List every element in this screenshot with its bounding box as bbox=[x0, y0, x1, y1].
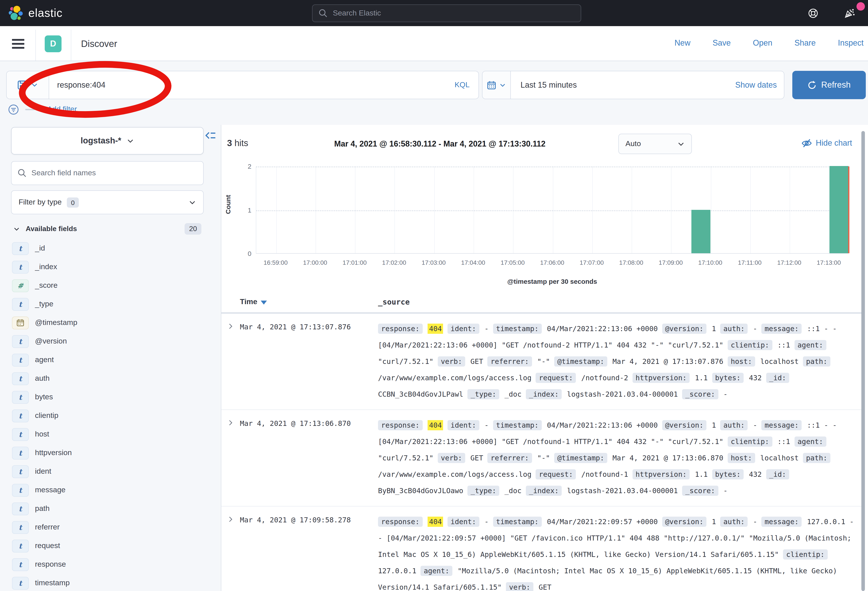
expand-row-chevron-icon[interactable] bbox=[225, 417, 240, 499]
field-item-@version[interactable]: t@version bbox=[0, 332, 221, 351]
text-type-icon: t bbox=[12, 335, 29, 348]
field-item-timestamp[interactable]: ttimestamp bbox=[0, 574, 221, 591]
field-item-ident[interactable]: tident bbox=[0, 462, 221, 481]
x-tick-label: 17:01:00 bbox=[335, 259, 375, 266]
field-label: clientip: bbox=[728, 436, 772, 447]
nav-action-save[interactable]: Save bbox=[713, 38, 731, 48]
field-item-host[interactable]: thost bbox=[0, 425, 221, 443]
query-bar: response:404 KQL bbox=[6, 71, 479, 99]
query-language-button[interactable]: KQL bbox=[455, 81, 478, 89]
available-fields-header[interactable]: Available fields 20 bbox=[13, 223, 201, 235]
field-item-referrer[interactable]: treferrer bbox=[0, 518, 221, 536]
x-tick-label: 17:06:00 bbox=[532, 259, 572, 266]
results-panel: 3 hits Mar 4, 2021 @ 16:58:30.112 - Mar … bbox=[221, 125, 868, 591]
nav-action-open[interactable]: Open bbox=[753, 38, 772, 48]
field-label: timestamp: bbox=[493, 517, 542, 527]
time-range-value[interactable]: Last 15 minutes bbox=[511, 80, 735, 90]
field-item-auth[interactable]: tauth bbox=[0, 369, 221, 388]
chevron-down-icon bbox=[677, 140, 685, 148]
field-item-_id[interactable]: t_id bbox=[0, 239, 221, 258]
collapse-sidebar-icon[interactable] bbox=[205, 130, 216, 141]
text-type-icon: t bbox=[12, 242, 29, 255]
gridline-vertical bbox=[276, 167, 276, 253]
field-label: bytes: bbox=[712, 373, 744, 383]
hits-counter: 3 hits bbox=[227, 138, 248, 148]
field-item-_score[interactable]: #_score bbox=[0, 276, 221, 295]
add-filter-button[interactable]: + Add filter bbox=[41, 105, 77, 114]
field-item-httpversion[interactable]: thttpversion bbox=[0, 443, 221, 462]
global-search-input[interactable] bbox=[333, 9, 574, 18]
field-label: message: bbox=[762, 420, 802, 430]
field-label: _id: bbox=[766, 469, 789, 479]
global-search[interactable] bbox=[312, 4, 581, 22]
text-type-icon: t bbox=[12, 446, 29, 459]
filter-icon[interactable] bbox=[8, 104, 19, 115]
text-type-icon: t bbox=[12, 539, 29, 552]
x-tick-label: 17:09:00 bbox=[651, 259, 691, 266]
highlighted-value: 404 bbox=[428, 420, 443, 430]
field-label: @version: bbox=[662, 324, 706, 334]
nav-action-new[interactable]: New bbox=[675, 38, 691, 48]
saved-query-menu-button[interactable] bbox=[7, 71, 49, 99]
source-cell: response: 404 ident: - timestamp: 04/Mar… bbox=[378, 321, 859, 402]
refresh-button[interactable]: Refresh bbox=[792, 71, 866, 99]
field-label: ident: bbox=[447, 420, 479, 430]
filter-by-type-select[interactable]: Filter by type 0 bbox=[11, 191, 204, 214]
field-item-agent[interactable]: tagent bbox=[0, 351, 221, 369]
help-lifebuoy-icon[interactable] bbox=[807, 7, 819, 19]
field-item-_index[interactable]: t_index bbox=[0, 258, 221, 276]
field-name: ident bbox=[35, 467, 51, 476]
date-quick-select-button[interactable] bbox=[483, 71, 511, 99]
page-title: Discover bbox=[81, 38, 117, 49]
field-item-message[interactable]: tmessage bbox=[0, 481, 221, 499]
histogram-interval-select[interactable]: Auto bbox=[619, 134, 692, 154]
field-search-input[interactable] bbox=[31, 168, 197, 177]
chevron-down-icon bbox=[499, 82, 506, 88]
field-item-response[interactable]: tresponse bbox=[0, 555, 221, 574]
field-name: httpversion bbox=[35, 448, 72, 457]
field-item-@timestamp[interactable]: @timestamp bbox=[0, 313, 221, 332]
y-tick-label: 0 bbox=[234, 250, 251, 257]
field-item-clientip[interactable]: tclientip bbox=[0, 406, 221, 425]
table-row: Mar 4, 2021 @ 17:09:58.278response: 404 … bbox=[221, 507, 862, 591]
gridline-vertical bbox=[553, 167, 553, 253]
histogram-bar[interactable] bbox=[830, 166, 849, 253]
query-input[interactable]: response:404 bbox=[49, 80, 455, 90]
newsfeed-party-popper-icon[interactable] bbox=[844, 7, 855, 19]
vertical-scrollbar[interactable] bbox=[861, 131, 865, 591]
field-item-_type[interactable]: t_type bbox=[0, 295, 221, 313]
app-nav-bar: D Discover NewSaveOpenShareInspect bbox=[0, 26, 868, 61]
hide-chart-button[interactable]: Hide chart bbox=[802, 138, 852, 148]
field-item-request[interactable]: trequest bbox=[0, 536, 221, 555]
field-label: auth: bbox=[720, 517, 748, 527]
field-name: referrer bbox=[35, 523, 59, 532]
field-label: httpversion: bbox=[632, 469, 689, 479]
available-fields-count-badge: 20 bbox=[185, 223, 201, 235]
elastic-logo[interactable] bbox=[8, 5, 24, 21]
x-tick-label: 17:10:00 bbox=[690, 259, 730, 266]
field-name: _type bbox=[35, 300, 53, 309]
menu-hamburger-icon[interactable] bbox=[12, 39, 24, 51]
field-name: auth bbox=[35, 374, 50, 383]
index-pattern-switcher[interactable]: logstash-* bbox=[11, 127, 204, 155]
field-name: clientip bbox=[35, 411, 58, 420]
field-item-bytes[interactable]: tbytes bbox=[0, 388, 221, 406]
nav-action-inspect[interactable]: Inspect bbox=[838, 38, 864, 48]
show-dates-button[interactable]: Show dates bbox=[735, 80, 784, 90]
field-item-path[interactable]: tpath bbox=[0, 499, 221, 518]
expand-row-chevron-icon[interactable] bbox=[225, 514, 240, 591]
gridline-vertical bbox=[355, 167, 356, 253]
chevron-down-icon bbox=[189, 198, 196, 206]
histogram-bar[interactable] bbox=[691, 210, 710, 253]
number-type-icon: # bbox=[12, 279, 29, 292]
expand-row-chevron-icon[interactable] bbox=[225, 321, 240, 402]
field-search[interactable] bbox=[11, 161, 204, 185]
field-label: _score: bbox=[682, 389, 718, 399]
space-avatar[interactable]: D bbox=[45, 35, 62, 52]
x-axis-title: @timestamp per 30 seconds bbox=[256, 278, 849, 285]
field-name: @version bbox=[35, 337, 67, 346]
nav-actions: NewSaveOpenShareInspect bbox=[675, 38, 864, 48]
nav-action-share[interactable]: Share bbox=[794, 38, 816, 48]
column-header-time[interactable]: Time bbox=[240, 297, 267, 306]
field-label: @version: bbox=[662, 420, 706, 430]
